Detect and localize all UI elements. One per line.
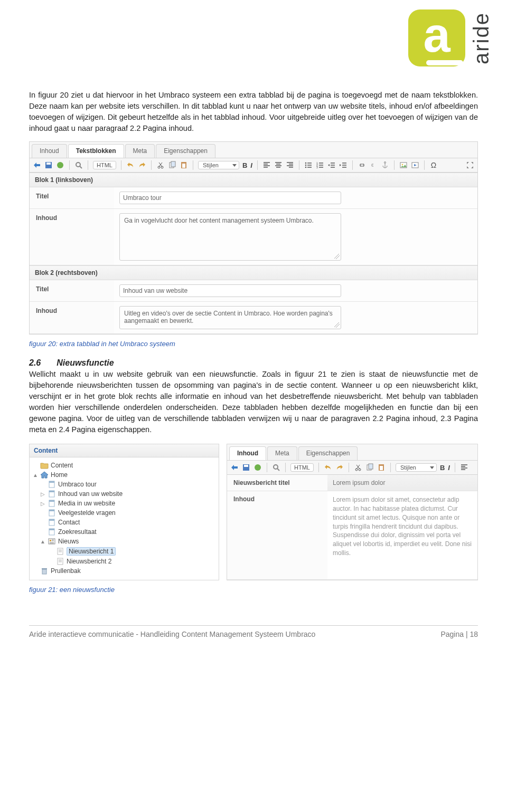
html-button[interactable]: HTML	[93, 161, 116, 169]
preview-icon[interactable]	[74, 161, 83, 169]
content-tree: Content▲HomeUmbraco tour▷Inhoud van uw w…	[30, 457, 219, 580]
page-icon	[48, 490, 56, 498]
footer-right: Pagina | 18	[440, 630, 478, 638]
tree-item-label: Media in uw website	[58, 500, 115, 507]
tree-item[interactable]: Nieuwsbericht 2	[33, 557, 215, 566]
bold-button[interactable]: B	[242, 161, 247, 169]
tab-eigenschappen[interactable]: Eigenschappen	[156, 144, 215, 158]
arrow-icon	[230, 463, 239, 472]
section-number: 2.6	[29, 358, 41, 367]
news-icon	[48, 538, 56, 545]
indent-icon[interactable]	[339, 161, 348, 169]
number-list-icon[interactable]: 123	[316, 161, 324, 169]
svg-rect-30	[49, 519, 54, 521]
svg-rect-34	[50, 540, 51, 541]
tree-item[interactable]: Zoekresultaat	[33, 527, 215, 537]
bold-button[interactable]: B	[440, 464, 445, 472]
publish-icon[interactable]	[56, 161, 64, 169]
svg-text:3: 3	[316, 166, 318, 169]
tree-item[interactable]: Nieuwsbericht 1	[33, 546, 215, 557]
resize-handle-icon[interactable]	[334, 254, 340, 259]
tab-tekstblokken[interactable]: Tekstblokken	[68, 144, 124, 158]
align-center-icon[interactable]	[274, 161, 283, 169]
image-icon[interactable]	[399, 161, 408, 169]
styles-dropdown[interactable]: Stijlen	[198, 161, 239, 169]
publish-icon[interactable]	[253, 463, 262, 472]
save-icon[interactable]	[242, 463, 250, 472]
block1-title-input[interactable]	[119, 192, 341, 204]
detail-tab-eigenschappen[interactable]: Eigenschappen	[298, 446, 358, 460]
paste-icon[interactable]	[377, 463, 386, 472]
tree-item-label: Zoekresultaat	[58, 528, 97, 536]
tree-toggle-icon[interactable]: ▷	[40, 501, 45, 507]
news-title-value[interactable]: Lorem ipsum dolor	[327, 475, 477, 491]
cut-icon[interactable]	[156, 161, 165, 169]
save-icon[interactable]	[44, 161, 53, 169]
italic-button[interactable]: I	[250, 161, 252, 169]
tree-toggle-icon[interactable]: ▲	[40, 539, 45, 544]
detail-panel: Inhoud Meta Eigenschappen HTML Stijlen B…	[227, 444, 478, 580]
tree-item[interactable]: ▷Inhoud van uw website	[33, 489, 215, 499]
preview-icon[interactable]	[272, 463, 280, 472]
page-icon	[48, 481, 56, 488]
paste-icon[interactable]	[180, 161, 188, 169]
tree-item[interactable]: ▷Media in uw website	[33, 499, 215, 508]
align-left-icon[interactable]	[262, 161, 271, 169]
redo-icon[interactable]	[138, 161, 146, 169]
omega-icon[interactable]: Ω	[429, 161, 438, 169]
tree-item[interactable]: ▲Nieuws	[33, 537, 215, 546]
tree-item[interactable]: ▲Home	[33, 470, 215, 480]
tab-meta[interactable]: Meta	[125, 144, 155, 158]
svg-rect-24	[49, 491, 54, 492]
svg-point-19	[402, 164, 403, 166]
svg-point-12	[305, 165, 307, 166]
news-content-value[interactable]: Lorem ipsum dolor sit amet, consectetur …	[327, 491, 477, 579]
tree-item-label: Content	[51, 462, 73, 469]
styles-dropdown[interactable]: Stijlen	[396, 463, 437, 472]
tree-toggle-icon[interactable]: ▷	[40, 491, 45, 497]
svg-rect-1	[46, 163, 51, 165]
align-right-icon[interactable]	[286, 161, 294, 169]
expand-icon[interactable]	[466, 161, 474, 169]
media-icon[interactable]	[411, 161, 419, 169]
svg-rect-28	[49, 510, 54, 511]
tree-item[interactable]: Contact	[33, 518, 215, 527]
link-icon[interactable]	[358, 161, 366, 169]
tree-item[interactable]: Prullenbak	[33, 566, 215, 576]
tree-item-label: Prullenbak	[51, 567, 81, 575]
italic-button[interactable]: I	[448, 464, 450, 472]
tree-item[interactable]: Content	[33, 461, 215, 470]
redo-icon[interactable]	[335, 463, 344, 472]
copy-icon[interactable]	[365, 463, 374, 472]
bin-icon	[40, 567, 49, 575]
cut-icon[interactable]	[354, 463, 362, 472]
tree-item[interactable]: Umbraco tour	[33, 480, 215, 489]
align-left-icon[interactable]	[460, 463, 468, 472]
tab-inhoud[interactable]: Inhoud	[32, 144, 67, 158]
unlink-icon[interactable]	[369, 161, 378, 169]
block1-content-editor[interactable]: Ga in vogelvlucht door het content manag…	[119, 213, 341, 261]
title-label: Titel	[30, 187, 114, 208]
detail-tab-meta[interactable]: Meta	[267, 446, 297, 460]
resize-handle-icon[interactable]	[334, 322, 340, 328]
outdent-icon[interactable]	[327, 161, 336, 169]
detail-tab-inhoud[interactable]: Inhoud	[229, 446, 266, 460]
html-button[interactable]: HTML	[290, 463, 314, 472]
svg-rect-37	[42, 569, 46, 574]
block2-title-input[interactable]	[119, 284, 341, 297]
tree-toggle-icon[interactable]: ▲	[33, 472, 38, 478]
tree-item[interactable]: Veelgestelde vragen	[33, 508, 215, 518]
figure-20-screenshot: Inhoud Tekstblokken Meta Eigenschappen H…	[29, 141, 478, 335]
svg-rect-10	[182, 164, 185, 168]
bullet-list-icon[interactable]	[304, 161, 313, 169]
copy-icon[interactable]	[168, 161, 176, 169]
tree-item-label: Nieuwsbericht 2	[67, 558, 111, 565]
undo-icon[interactable]	[324, 463, 332, 472]
block2-content-editor[interactable]: Uitleg en video's over de sectie Content…	[119, 306, 341, 329]
svg-rect-22	[49, 481, 54, 483]
anchor-icon[interactable]	[381, 161, 389, 169]
svg-point-2	[57, 162, 63, 168]
home-icon	[40, 471, 49, 479]
content-tree-panel: Content Content▲HomeUmbraco tour▷Inhoud …	[29, 444, 219, 580]
undo-icon[interactable]	[126, 161, 135, 169]
